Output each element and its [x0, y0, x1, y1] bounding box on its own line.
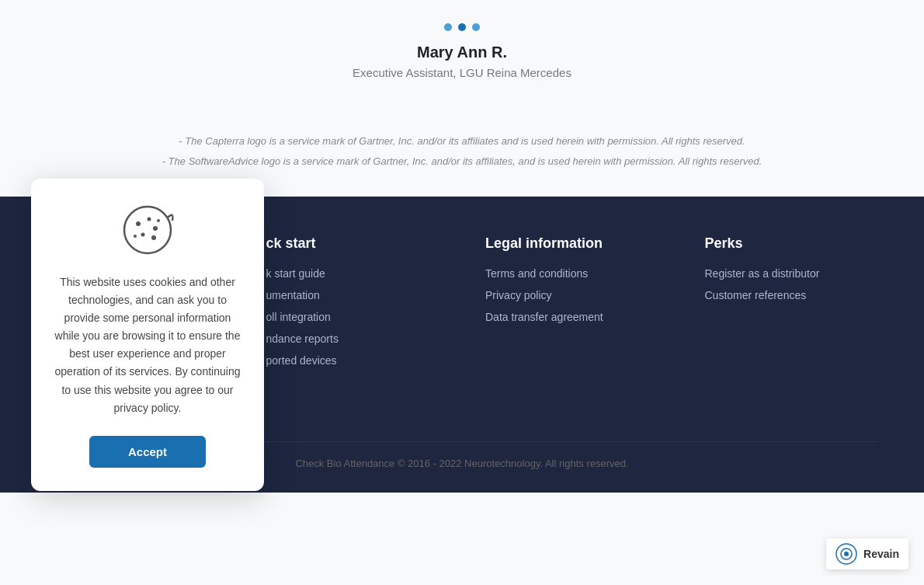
svg-point-3	[153, 226, 158, 231]
accept-button[interactable]: Accept	[89, 436, 206, 468]
svg-point-6	[134, 235, 137, 238]
cookie-icon-wrap	[53, 202, 242, 258]
cookie-body-text: This website uses cookies and other tech…	[53, 273, 242, 417]
cookie-icon	[120, 202, 175, 258]
svg-point-4	[141, 233, 145, 237]
cookie-overlay: This website uses cookies and other tech…	[0, 0, 924, 493]
svg-point-1	[136, 221, 141, 226]
svg-point-2	[148, 218, 151, 221]
svg-point-5	[151, 235, 156, 240]
svg-point-0	[124, 207, 171, 253]
svg-point-7	[157, 219, 160, 222]
cookie-popup: This website uses cookies and other tech…	[31, 179, 264, 491]
